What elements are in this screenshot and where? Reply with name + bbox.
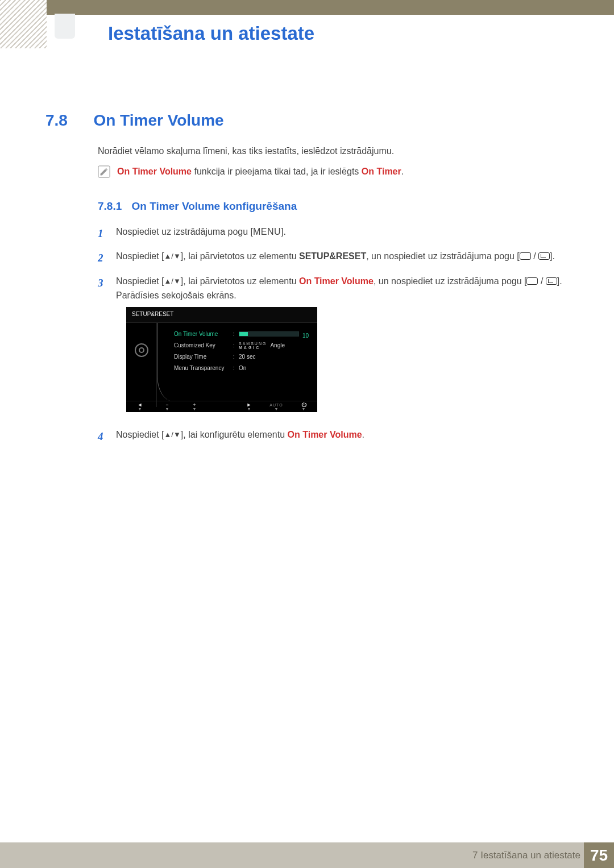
- note-text: On Timer Volume funkcija ir pieejama tik…: [117, 167, 404, 177]
- osd-sidebar: [126, 323, 157, 407]
- volume-value: 10: [302, 331, 309, 340]
- updown-icon: ▲/▼: [164, 430, 181, 439]
- step-body: Nospiediet [▲/▼], lai pārvietotos uz ele…: [116, 250, 574, 266]
- step-1: 1 Nospiediet uz izstrādājuma pogu [MENU]…: [98, 225, 574, 242]
- section-title: On Timer Volume: [93, 111, 223, 130]
- rect-button-icon: [520, 252, 531, 260]
- osd-btn-power: ⏻▼: [290, 401, 317, 412]
- step-text: ], lai pārvietotos uz elementu: [181, 251, 299, 261]
- osd-title: SETUP&RESET: [126, 307, 317, 323]
- bold-term: SETUP&RESET: [299, 251, 366, 261]
- note-row: On Timer Volume funkcija ir pieejama tik…: [98, 165, 574, 178]
- step-body: Nospiediet [▲/▼], lai pārvietotos uz ele…: [116, 275, 574, 421]
- page-footer: 7 Iestatīšana un atiestate 75: [0, 842, 614, 868]
- osd-panel: SETUP&RESET On Timer Volume :: [126, 307, 317, 412]
- step-4: 4 Nospiediet [▲/▼], lai konfigurētu elem…: [98, 428, 574, 445]
- subsection-title: On Timer Volume konfigurēšana: [132, 200, 297, 212]
- step-text: ], lai konfigurētu elementu: [181, 430, 288, 439]
- step-number: 4: [98, 428, 108, 445]
- osd-btn-plus: +▼: [181, 401, 208, 412]
- step-text: .: [362, 430, 364, 439]
- subsection-heading: 7.8.1 On Timer Volume konfigurēšana: [98, 200, 297, 213]
- note-mid: funkcija ir pieejama tikai tad, ja ir ie…: [192, 167, 362, 176]
- step-number: 2: [98, 250, 108, 266]
- step-number: 1: [98, 225, 108, 242]
- step-text: , un nospiediet uz izstrādājuma pogu [: [366, 251, 520, 261]
- step-2: 2 Nospiediet [▲/▼], lai pārvietotos uz e…: [98, 250, 574, 266]
- step-text: Nospiediet [: [116, 276, 164, 286]
- step-text: ], lai pārvietotos uz elementu: [181, 276, 299, 286]
- osd-btn-minus: −▼: [154, 401, 181, 412]
- osd-screenshot: SETUP&RESET On Timer Volume :: [126, 307, 317, 412]
- magic-logo: SAMSUNG MAGIC: [239, 342, 267, 350]
- note-icon: [98, 165, 110, 178]
- highlight-term: On Timer Volume: [288, 430, 362, 439]
- osd-btn-spacer: [208, 401, 235, 412]
- section-number: 7.8: [45, 111, 91, 130]
- chapter-title: Iestatīšana un atiestate: [108, 23, 314, 44]
- osd-menu: On Timer Volume : 10 Cus: [157, 323, 317, 407]
- intro-paragraph: Norādiet vēlamo skaļuma līmeni, kas tiks…: [98, 146, 574, 156]
- osd-value: On: [239, 364, 310, 373]
- step-text: Nospiediet uz izstrādājuma pogu [: [116, 227, 253, 236]
- highlight-term: On Timer Volume: [299, 276, 374, 286]
- enter-button-icon: [538, 252, 550, 260]
- note-highlight-1: On Timer Volume: [117, 167, 192, 176]
- updown-icon: ▲/▼: [164, 252, 181, 260]
- enter-button-icon: [546, 277, 557, 285]
- step-text: ].: [281, 227, 286, 236]
- magic-line1: SAMSUNG: [239, 342, 267, 346]
- magic-line2: MAGIC: [239, 346, 260, 350]
- osd-btn-auto: AUTO▼: [263, 401, 290, 412]
- section-heading: 7.8 On Timer Volume: [45, 111, 580, 130]
- chapter-tab: [55, 14, 75, 39]
- page-number: 75: [584, 842, 614, 868]
- osd-label: Display Time: [174, 352, 233, 362]
- step-number: 3: [98, 275, 108, 421]
- gear-icon: [135, 343, 148, 357]
- updown-icon: ▲/▼: [164, 277, 181, 285]
- osd-row-customkey: Customized Key : SAMSUNG MAGIC Angle: [174, 340, 310, 351]
- osd-row-volume: On Timer Volume : 10: [174, 329, 310, 340]
- volume-fill: [239, 332, 248, 336]
- step-text: , un nospiediet uz izstrādājuma pogu [: [374, 276, 527, 286]
- step-body: Nospiediet uz izstrādājuma pogu [MENU].: [116, 225, 574, 242]
- osd-label: Menu Transparency: [174, 364, 233, 373]
- footer-chapter-label: 7 Iestatīšana un atiestate: [472, 850, 580, 861]
- osd-row-transparency: Menu Transparency : On: [174, 363, 310, 374]
- osd-footer: ◄▼ −▼ +▼ ►▼ AUTO▼ ⏻▼: [126, 401, 317, 412]
- volume-bar: 10: [239, 331, 299, 337]
- step-text: ].: [550, 251, 555, 261]
- step-body: Nospiediet [▲/▼], lai konfigurētu elemen…: [116, 428, 574, 445]
- rect-button-icon: [526, 277, 538, 285]
- osd-btn-back: ◄▼: [126, 401, 154, 412]
- osd-row-displaytime: Display Time : 20 sec: [174, 351, 310, 363]
- step-text: Nospiediet [: [116, 251, 164, 261]
- osd-label: On Timer Volume: [174, 330, 233, 339]
- step-3: 3 Nospiediet [▲/▼], lai pārvietotos uz e…: [98, 275, 574, 421]
- step-text: Nospiediet [: [116, 430, 164, 439]
- osd-label: Customized Key: [174, 341, 233, 350]
- osd-value: Angle: [270, 341, 285, 350]
- corner-pattern: [0, 0, 47, 48]
- osd-btn-forward: ►▼: [235, 401, 263, 412]
- note-end: .: [401, 167, 404, 176]
- subsection-number: 7.8.1: [98, 200, 122, 212]
- osd-value: 20 sec: [239, 352, 310, 362]
- menu-label: MENU: [253, 227, 281, 236]
- note-highlight-2: On Timer: [362, 167, 401, 176]
- steps-list: 1 Nospiediet uz izstrādājuma pogu [MENU]…: [98, 225, 574, 453]
- top-bar: [0, 0, 614, 15]
